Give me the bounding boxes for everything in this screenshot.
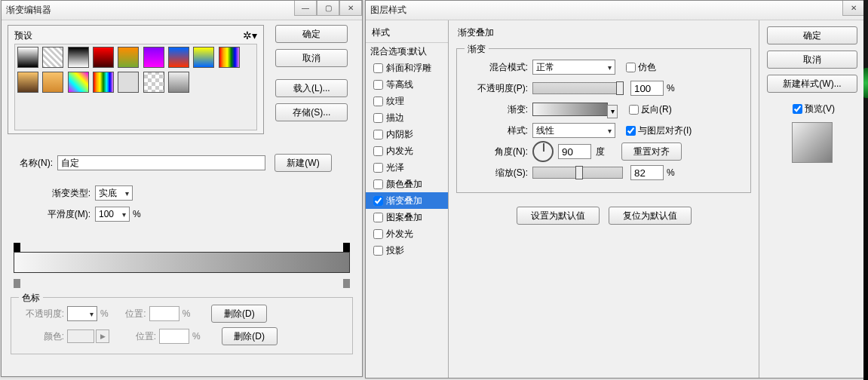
color-stop[interactable]	[14, 279, 20, 288]
scale-value[interactable]	[630, 165, 664, 180]
cancel-button[interactable]: 取消	[275, 49, 348, 67]
preview-checkbox[interactable]: 预览(V)	[790, 102, 835, 116]
gradient-bar[interactable]	[14, 243, 350, 288]
style-item-6[interactable]: 光泽	[366, 159, 448, 176]
scale-slider[interactable]	[532, 167, 623, 179]
titlebar[interactable]: 渐变编辑器 — ▢ ✕	[2, 1, 362, 20]
new-style-button[interactable]: 新建样式(W)...	[767, 75, 857, 93]
stop-color-box[interactable]	[67, 329, 94, 343]
close-button[interactable]: ✕	[842, 1, 865, 16]
blendmode-label: 混合模式:	[466, 61, 528, 74]
style-checkbox[interactable]	[373, 246, 383, 256]
style-label: 等高线	[386, 78, 413, 91]
preset-swatch[interactable]	[68, 47, 89, 68]
stop-opacity-input[interactable]	[67, 306, 97, 321]
save-button[interactable]: 存储(S)...	[275, 103, 348, 121]
smooth-input[interactable]: 100	[95, 207, 130, 222]
preset-swatch[interactable]	[168, 72, 189, 93]
style-item-0[interactable]: 斜面和浮雕	[366, 60, 448, 76]
reset-align-button[interactable]: 重置对齐	[621, 142, 682, 161]
blendmode-select[interactable]: 正常	[532, 60, 615, 75]
style-label: 投影	[386, 244, 404, 257]
presets-grid[interactable]	[14, 44, 257, 130]
opacity-value[interactable]	[630, 81, 664, 96]
style-item-3[interactable]: 描边	[366, 109, 448, 126]
load-button[interactable]: 载入(L)...	[275, 79, 348, 97]
style-item-11[interactable]: 投影	[366, 242, 448, 259]
style-checkbox[interactable]	[373, 229, 383, 239]
titlebar[interactable]: 图层样式 ✕	[366, 1, 865, 20]
style-label: 内阴影	[386, 128, 413, 141]
dither-checkbox[interactable]: 仿色	[623, 60, 656, 75]
gradtype-select[interactable]: 实底	[95, 185, 133, 201]
set-default-button[interactable]: 设置为默认值	[517, 207, 600, 225]
preset-swatch[interactable]	[68, 72, 89, 93]
style-select[interactable]: 线性	[532, 123, 615, 138]
cancel-button[interactable]: 取消	[767, 51, 857, 69]
style-checkbox[interactable]	[373, 130, 383, 139]
preset-swatch[interactable]	[143, 47, 164, 68]
angle-dial[interactable]	[532, 141, 554, 162]
preset-swatch[interactable]	[143, 72, 164, 93]
delete-stop-button[interactable]: 删除(D)	[211, 305, 267, 323]
style-item-4[interactable]: 内阴影	[366, 126, 448, 142]
smooth-label: 平滑度(M):	[38, 208, 90, 221]
preset-swatch[interactable]	[219, 47, 240, 68]
blend-options-item[interactable]: 混合选项:默认	[366, 43, 448, 60]
style-checkbox[interactable]	[373, 179, 383, 189]
style-label: 外发光	[386, 228, 413, 241]
new-button[interactable]: 新建(W)	[275, 154, 332, 172]
angle-value[interactable]	[558, 144, 591, 159]
style-checkbox[interactable]	[373, 97, 383, 106]
preset-swatch[interactable]	[193, 47, 214, 68]
preset-swatch[interactable]	[42, 72, 63, 93]
style-item-9[interactable]: 图案叠加	[366, 209, 448, 225]
preset-swatch[interactable]	[93, 72, 114, 93]
delete-stop-button[interactable]: 删除(D)	[222, 327, 278, 345]
style-checkbox[interactable]	[373, 196, 383, 206]
style-item-5[interactable]: 内发光	[366, 142, 448, 159]
ok-button[interactable]: 确定	[275, 25, 348, 43]
opacity-stop[interactable]	[14, 243, 20, 252]
styles-list-header: 样式	[366, 23, 448, 43]
preset-swatch[interactable]	[17, 72, 38, 93]
stop-location-input[interactable]	[159, 329, 189, 344]
style-checkbox[interactable]	[373, 80, 383, 90]
style-checkbox[interactable]	[373, 163, 383, 173]
style-checkbox[interactable]	[373, 146, 383, 156]
close-button[interactable]: ✕	[339, 1, 362, 16]
minimize-button[interactable]: —	[294, 1, 317, 16]
preset-swatch[interactable]	[93, 47, 114, 68]
opacity-stop[interactable]	[343, 243, 350, 252]
preset-swatch[interactable]	[42, 47, 63, 68]
style-item-10[interactable]: 外发光	[366, 225, 448, 242]
style-checkbox[interactable]	[373, 213, 383, 222]
align-checkbox[interactable]: 与图层对齐(I)	[623, 124, 692, 138]
ok-button[interactable]: 确定	[767, 26, 857, 44]
stop-location-input[interactable]	[149, 306, 179, 321]
color-dropdown-icon[interactable]: ▶	[96, 329, 109, 343]
layer-style-window: 图层样式 ✕ 样式 混合选项:默认 斜面和浮雕等高线纹理描边内阴影内发光光泽颜色…	[365, 0, 866, 378]
opacity-slider[interactable]	[532, 82, 623, 94]
style-label: 颜色叠加	[386, 178, 422, 191]
gradient-picker[interactable]	[532, 103, 608, 116]
reset-default-button[interactable]: 复位为默认值	[609, 207, 692, 225]
preset-swatch[interactable]	[168, 47, 189, 68]
name-input[interactable]	[57, 155, 265, 170]
style-label: 图案叠加	[386, 211, 422, 224]
style-checkbox[interactable]	[373, 113, 383, 123]
name-label: 名称(N):	[8, 157, 53, 170]
maximize-button[interactable]: ▢	[317, 1, 339, 16]
style-checkbox[interactable]	[373, 63, 383, 73]
styles-list: 样式 混合选项:默认 斜面和浮雕等高线纹理描边内阴影内发光光泽颜色叠加渐变叠加图…	[366, 20, 449, 378]
style-item-1[interactable]: 等高线	[366, 76, 448, 93]
style-item-8[interactable]: 渐变叠加	[366, 192, 448, 209]
preset-swatch[interactable]	[17, 47, 38, 68]
style-item-7[interactable]: 颜色叠加	[366, 176, 448, 192]
reverse-checkbox[interactable]: 反向(R)	[626, 103, 672, 117]
color-stop[interactable]	[343, 279, 350, 288]
preset-swatch[interactable]	[118, 47, 139, 68]
gear-icon[interactable]: ✲▾	[243, 29, 257, 41]
preset-swatch[interactable]	[118, 72, 139, 93]
style-item-2[interactable]: 纹理	[366, 93, 448, 109]
